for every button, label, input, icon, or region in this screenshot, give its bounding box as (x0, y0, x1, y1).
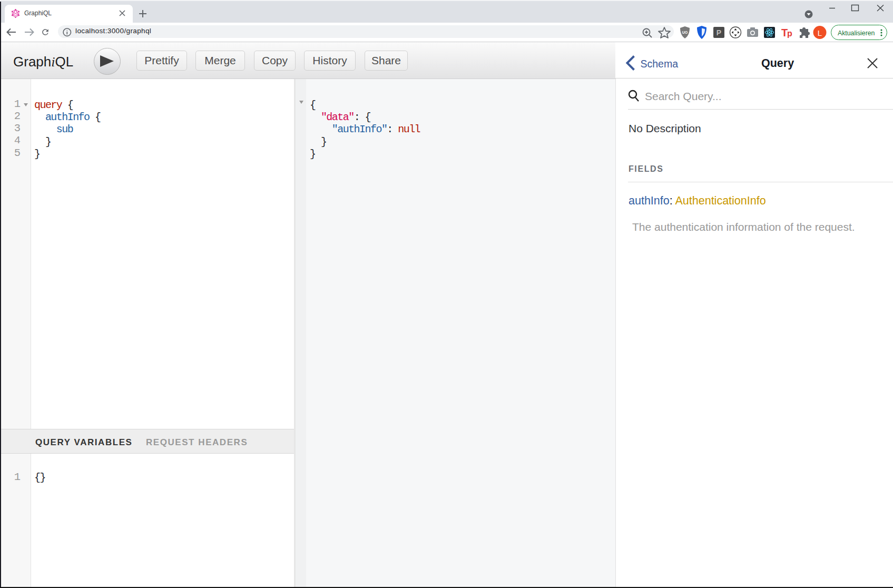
svg-text:L: L (818, 28, 822, 37)
svg-text:UO: UO (682, 31, 688, 34)
svg-text:P: P (717, 28, 721, 37)
svg-text:p: p (787, 29, 792, 38)
